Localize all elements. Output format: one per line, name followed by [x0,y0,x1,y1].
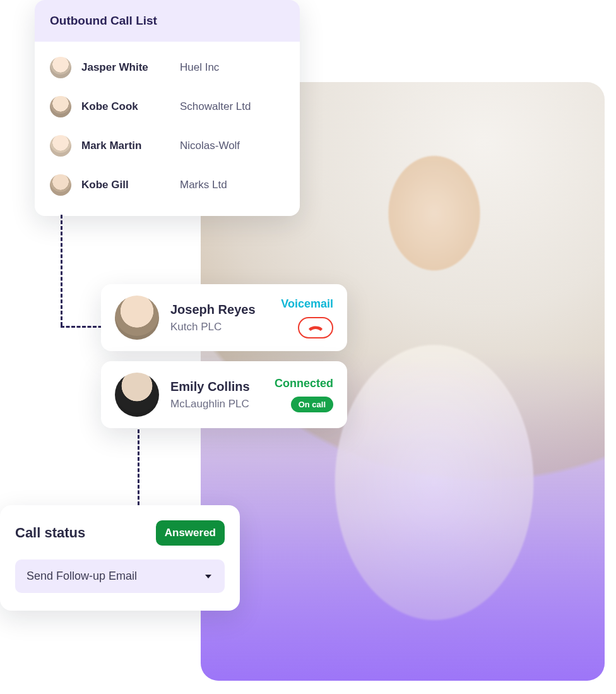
contact-company: Huel Inc [180,61,219,74]
answered-badge: Answered [156,520,225,546]
contact-company: McLaughlin PLC [170,398,263,410]
list-item[interactable]: Jasper White Huel Inc [47,48,287,87]
contact-company: Schowalter Ltd [180,100,251,113]
hangup-button[interactable] [298,317,333,338]
outbound-call-list-title: Outbound Call List [35,0,300,42]
contact-company: Marks Ltd [180,179,227,191]
list-item[interactable]: Kobe Gill Marks Ltd [47,165,287,205]
contact-name: Kobe Gill [81,179,170,191]
contact-company: Nicolas-Wolf [180,140,240,152]
connector-line [138,429,139,505]
contact-company: Kutch PLC [170,321,270,333]
hero-figure [314,120,554,638]
avatar [50,96,71,117]
chevron-down-icon [203,571,213,582]
contact-name: Joseph Reyes [170,302,270,317]
call-status-label: Connected [275,377,333,390]
call-status-card: Call status Answered Send Follow-up Emai… [0,505,240,611]
followup-action-label: Send Follow-up Email [27,570,137,583]
phone-hangup-icon [307,323,324,332]
avatar [115,373,159,417]
followup-action-select[interactable]: Send Follow-up Email [15,559,225,593]
contact-name: Mark Martin [81,140,170,152]
avatar [50,174,71,196]
call-card-connected[interactable]: Emily Collins McLaughlin PLC Connected O… [101,361,347,428]
avatar [115,296,159,340]
contact-name: Kobe Cook [81,100,170,113]
list-item[interactable]: Kobe Cook Schowalter Ltd [47,87,287,126]
connector-line [61,215,62,326]
list-item[interactable]: Mark Martin Nicolas-Wolf [47,126,287,165]
call-status-label: Voicemail [281,297,333,311]
call-status-title: Call status [15,525,85,541]
avatar [50,57,71,78]
connector-line [61,326,107,328]
outbound-call-list-body: Jasper White Huel Inc Kobe Cook Schowalt… [35,42,300,216]
on-call-badge: On call [291,397,333,412]
call-card-voicemail[interactable]: Joseph Reyes Kutch PLC Voicemail [101,284,347,351]
avatar [50,135,71,157]
contact-name: Emily Collins [170,380,263,394]
contact-name: Jasper White [81,61,170,74]
outbound-call-list-card: Outbound Call List Jasper White Huel Inc… [35,0,300,216]
